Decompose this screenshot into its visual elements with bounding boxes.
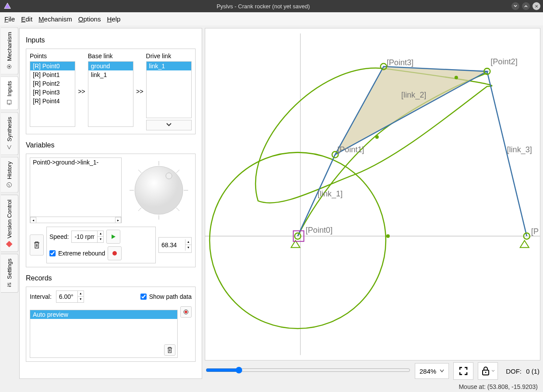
window-minimize-button[interactable] bbox=[511, 2, 519, 10]
point3-label: [Point3] bbox=[387, 58, 413, 67]
speed-label: Speed: bbox=[49, 233, 69, 240]
arrow-separator: >> bbox=[77, 88, 86, 95]
list-item[interactable]: [R] Point2 bbox=[30, 79, 75, 88]
svg-point-26 bbox=[185, 311, 187, 313]
list-item[interactable]: link_1 bbox=[147, 62, 191, 70]
status-bar: Mouse at: (53.808, -15.9203) bbox=[0, 382, 543, 392]
list-item[interactable]: [R] Point0 bbox=[30, 62, 75, 70]
tab-synthesis[interactable]: Synthesis bbox=[1, 112, 18, 155]
svg-point-12 bbox=[10, 283, 11, 284]
canvas-toolbar: 284% DOF: 0 (1) bbox=[205, 360, 540, 382]
delete-record-button[interactable] bbox=[164, 344, 175, 356]
extreme-rebound-checkbox[interactable]: Extreme rebound bbox=[49, 250, 105, 257]
stop-record-icon bbox=[112, 250, 118, 256]
tab-mechanism[interactable]: Mechanism bbox=[1, 27, 18, 74]
spin-up[interactable]: ▲ bbox=[77, 291, 84, 297]
list-item[interactable]: link_1 bbox=[88, 70, 133, 79]
app-icon bbox=[4, 2, 11, 10]
zoom-slider[interactable] bbox=[206, 367, 410, 375]
tab-inputs[interactable]: Inputs bbox=[1, 76, 18, 110]
extreme-rebound-input[interactable] bbox=[49, 250, 56, 256]
variables-listbox[interactable]: Point0->ground->link_1- ◂ ▸ bbox=[30, 158, 122, 223]
show-path-input[interactable] bbox=[140, 294, 147, 300]
svg-point-29 bbox=[210, 152, 386, 329]
interval-spinbox[interactable]: ▲▼ bbox=[56, 290, 84, 303]
angle-spinbox[interactable]: ▲▼ bbox=[158, 237, 192, 253]
svg-line-20 bbox=[176, 170, 179, 173]
expand-icon bbox=[459, 366, 468, 376]
menu-options[interactable]: Options bbox=[78, 15, 101, 23]
list-item[interactable]: [R] Point1 bbox=[30, 70, 75, 79]
list-item[interactable]: [R] Point3 bbox=[30, 88, 75, 97]
list-item[interactable]: Point0->ground->link_1- bbox=[30, 158, 121, 167]
synthesis-icon bbox=[7, 144, 13, 150]
tab-version-control[interactable]: Version Control bbox=[1, 195, 18, 252]
spin-up[interactable]: ▲ bbox=[97, 231, 103, 237]
chevron-down-icon bbox=[166, 122, 172, 127]
lock-icon bbox=[481, 366, 490, 376]
records-title: Records bbox=[26, 274, 196, 282]
list-item[interactable]: Auto preview bbox=[30, 310, 177, 319]
svg-point-22 bbox=[166, 173, 172, 179]
play-icon bbox=[110, 234, 116, 240]
zoom-range-input[interactable] bbox=[206, 367, 410, 374]
spin-down[interactable]: ▼ bbox=[77, 297, 84, 302]
baselink-listbox[interactable]: ground link_1 bbox=[88, 61, 133, 127]
interval-input[interactable] bbox=[56, 292, 77, 301]
show-path-checkbox[interactable]: Show path data bbox=[140, 293, 192, 300]
svg-point-43 bbox=[485, 372, 486, 373]
svg-point-40 bbox=[375, 135, 379, 139]
link2-label: [link_2] bbox=[401, 91, 426, 100]
svg-point-38 bbox=[455, 76, 458, 79]
angle-dial[interactable] bbox=[126, 158, 192, 223]
fit-button[interactable] bbox=[453, 362, 473, 380]
inputs-panel: Inputs Points [R] Point0 [R] Point1 [R] … bbox=[19, 28, 202, 379]
play-button[interactable] bbox=[106, 230, 120, 244]
points-listbox[interactable]: [R] Point0 [R] Point1 [R] Point2 [R] Poi… bbox=[30, 61, 75, 127]
lock-button[interactable] bbox=[478, 362, 498, 380]
zoom-combo[interactable]: 284% bbox=[415, 363, 449, 379]
scroll-right-button[interactable]: ▸ bbox=[115, 217, 121, 223]
menu-file[interactable]: File bbox=[4, 15, 15, 23]
interval-label: Interval: bbox=[30, 293, 52, 300]
clock-icon bbox=[7, 182, 13, 188]
point1-label: [Point1] bbox=[337, 145, 364, 154]
window-titlebar: Pyslvs - Crank rocker (not yet saved) ✕ bbox=[0, 0, 543, 12]
horizontal-scrollbar[interactable]: ◂ ▸ bbox=[30, 217, 121, 223]
tab-history[interactable]: History bbox=[1, 157, 18, 192]
pointP-label: [P bbox=[531, 227, 539, 236]
spin-down[interactable]: ▼ bbox=[97, 237, 103, 242]
list-item[interactable]: ground bbox=[88, 62, 133, 70]
spin-down[interactable]: ▼ bbox=[185, 245, 191, 251]
inputs-title: Inputs bbox=[26, 36, 196, 44]
chevron-down-icon bbox=[440, 369, 444, 373]
link3-label: [link_3] bbox=[507, 145, 532, 154]
list-item[interactable]: [R] Point4 bbox=[30, 97, 75, 105]
mechanism-canvas[interactable]: [Point0] [Point1] [Point2] [Point3] [lin… bbox=[205, 28, 540, 360]
menu-mechanism[interactable]: Mechanism bbox=[39, 15, 72, 23]
stop-button[interactable] bbox=[108, 246, 122, 260]
drivelink-listbox[interactable]: link_1 bbox=[146, 61, 192, 118]
svg-line-18 bbox=[176, 208, 179, 211]
delete-variable-button[interactable] bbox=[30, 234, 44, 256]
menu-help[interactable]: Help bbox=[107, 15, 120, 23]
add-variable-button[interactable] bbox=[146, 120, 192, 130]
spin-up[interactable]: ▲ bbox=[185, 239, 191, 245]
svg-point-10 bbox=[10, 286, 11, 287]
scroll-left-button[interactable]: ◂ bbox=[30, 217, 36, 223]
svg-point-11 bbox=[8, 284, 9, 285]
svg-point-21 bbox=[135, 166, 183, 214]
record-button[interactable] bbox=[180, 306, 192, 318]
svg-line-19 bbox=[138, 208, 141, 211]
window-maximize-button[interactable] bbox=[522, 2, 530, 10]
speed-input[interactable] bbox=[72, 232, 97, 241]
menu-edit[interactable]: Edit bbox=[21, 15, 32, 23]
inputs-icon bbox=[7, 99, 13, 105]
tab-settings[interactable]: Settings bbox=[1, 254, 18, 293]
points-label: Points bbox=[30, 52, 75, 60]
window-close-button[interactable]: ✕ bbox=[532, 2, 540, 10]
records-listbox[interactable]: Auto preview bbox=[30, 310, 178, 358]
angle-input[interactable] bbox=[159, 241, 185, 249]
trash-icon bbox=[33, 241, 40, 249]
speed-spinbox[interactable]: ▲▼ bbox=[71, 231, 104, 243]
